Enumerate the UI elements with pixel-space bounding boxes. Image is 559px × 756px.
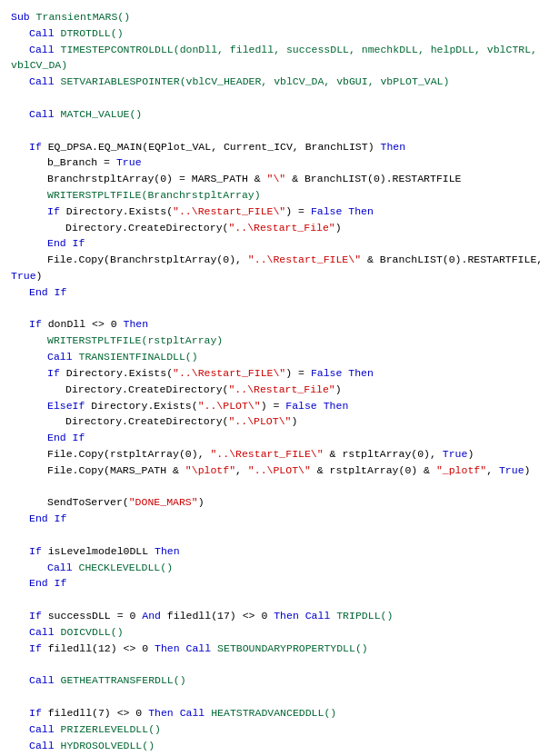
code-line: End If [11,575,548,592]
code-line: File.Copy(MARS_PATH & "\plotf", "..\PLOT… [11,463,548,479]
code-line: WRITERSTPLTFILE(rstpltArray) [11,333,548,349]
code-editor: Sub TransientMARS()Call DTROTDLL()Call T… [11,9,548,756]
code-line: End If [11,284,548,301]
code-line: End If [11,235,548,252]
code-line: Call MATCH_VALUE() [11,106,548,123]
code-line: Directory.CreateDirectory("..\PLOT\") [11,413,548,430]
code-line: End If [11,511,548,527]
code-line [11,592,548,608]
code-line [11,123,548,139]
code-line: If donDll <> 0 Then [11,316,548,333]
code-line: Directory.CreateDirectory("..\Restart_Fi… [11,382,548,398]
code-line: If Directory.Exists("..\Restart_FILE\") … [11,204,548,220]
code-line [11,90,548,106]
code-line: Call PRIZERLEVELDLL() [11,721,548,738]
code-line: ElseIf Directory.Exists("..\PLOT\") = Fa… [11,398,548,414]
code-line [11,479,548,495]
code-line: Call GETHEATTRANSFERDLL() [11,672,548,689]
code-line: Call SETVARIABLESPOINTER(vblCV_HEADER, v… [11,74,548,90]
code-line: If successDLL = 0 And filedll(17) <> 0 T… [11,608,548,624]
code-line: If EQ_DPSA.EQ_MAIN(EQPlot_VAL, Current_I… [11,139,548,155]
code-line: Directory.CreateDirectory("..\Restart_Fi… [11,220,548,236]
code-line: SendToServer("DONE_MARS") [11,494,548,511]
code-line [11,301,548,317]
code-line: Call TRANSIENTFINALDLL() [11,349,548,365]
code-line: b_Branch = True [11,154,548,171]
code-line: File.Copy(BranchrstpltArray(0), "..\Rest… [11,252,548,284]
code-line: End If [11,430,548,446]
code-line: Call DTROTDLL() [11,25,548,42]
code-line: File.Copy(rstpltArray(0), "..\Restart_FI… [11,446,548,463]
code-line: If isLevelmodel0DLL Then [11,543,548,560]
code-line: If filedll(12) <> 0 Then Call SETBOUNDAR… [11,641,548,657]
code-line: Call DOICVDLL() [11,624,548,641]
code-line: If filedll(7) <> 0 Then Call HEATSTRADVA… [11,705,548,721]
code-line: BranchrstpltArray(0) = MARS_PATH & "\" &… [11,171,548,187]
code-line [11,657,548,673]
code-line: Call HYDROSOLVEDLL() [11,738,548,754]
code-line: Call CHECKLEVELDLL() [11,560,548,576]
code-line [11,689,548,705]
code-line: Call TIMESTEPCONTROLDLL(donDll, filedll,… [11,42,548,75]
code-line [11,527,548,543]
code-line: Sub TransientMARS() [11,9,548,25]
code-line: WRITERSTPLTFILE(BranchrstpltArray) [11,187,548,204]
code-line: If Directory.Exists("..\Restart_FILE\") … [11,365,548,382]
